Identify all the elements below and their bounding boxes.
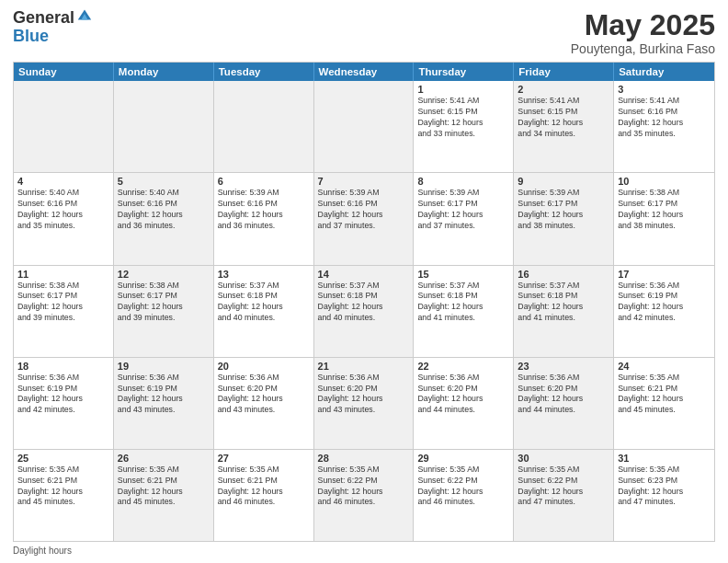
day-cell-8: 8Sunrise: 5:39 AM Sunset: 6:17 PM Daylig… bbox=[414, 173, 514, 264]
day-info: Sunrise: 5:36 AM Sunset: 6:19 PM Dayligh… bbox=[118, 373, 210, 417]
day-info: Sunrise: 5:36 AM Sunset: 6:20 PM Dayligh… bbox=[417, 373, 509, 417]
calendar-row-2: 4Sunrise: 5:40 AM Sunset: 6:16 PM Daylig… bbox=[14, 172, 714, 264]
day-cell-17: 17Sunrise: 5:36 AM Sunset: 6:19 PM Dayli… bbox=[614, 266, 714, 357]
day-info: Sunrise: 5:41 AM Sunset: 6:15 PM Dayligh… bbox=[417, 96, 509, 140]
logo-blue-text: Blue bbox=[13, 28, 93, 46]
calendar-row-5: 25Sunrise: 5:35 AM Sunset: 6:21 PM Dayli… bbox=[14, 449, 714, 541]
day-number: 24 bbox=[618, 361, 711, 372]
day-info: Sunrise: 5:40 AM Sunset: 6:16 PM Dayligh… bbox=[118, 188, 210, 232]
day-info: Sunrise: 5:38 AM Sunset: 6:17 PM Dayligh… bbox=[118, 281, 210, 325]
day-number: 28 bbox=[318, 453, 410, 464]
calendar-row-4: 18Sunrise: 5:36 AM Sunset: 6:19 PM Dayli… bbox=[14, 357, 714, 449]
day-info: Sunrise: 5:35 AM Sunset: 6:22 PM Dayligh… bbox=[318, 465, 410, 509]
day-number: 6 bbox=[218, 176, 310, 187]
day-info: Sunrise: 5:40 AM Sunset: 6:16 PM Dayligh… bbox=[17, 188, 109, 232]
day-info: Sunrise: 5:35 AM Sunset: 6:21 PM Dayligh… bbox=[17, 465, 109, 509]
day-cell-24: 24Sunrise: 5:35 AM Sunset: 6:21 PM Dayli… bbox=[614, 358, 714, 449]
day-info: Sunrise: 5:38 AM Sunset: 6:17 PM Dayligh… bbox=[17, 281, 109, 325]
day-cell-25: 25Sunrise: 5:35 AM Sunset: 6:21 PM Dayli… bbox=[14, 450, 114, 541]
day-cell-10: 10Sunrise: 5:38 AM Sunset: 6:17 PM Dayli… bbox=[614, 173, 714, 264]
day-cell-29: 29Sunrise: 5:35 AM Sunset: 6:22 PM Dayli… bbox=[414, 450, 514, 541]
day-info: Sunrise: 5:38 AM Sunset: 6:17 PM Dayligh… bbox=[618, 188, 711, 232]
day-number: 8 bbox=[417, 176, 509, 187]
day-cell-1: 1Sunrise: 5:41 AM Sunset: 6:15 PM Daylig… bbox=[414, 81, 514, 172]
day-cell-7: 7Sunrise: 5:39 AM Sunset: 6:16 PM Daylig… bbox=[314, 173, 415, 264]
day-info: Sunrise: 5:35 AM Sunset: 6:23 PM Dayligh… bbox=[618, 465, 711, 509]
day-cell-26: 26Sunrise: 5:35 AM Sunset: 6:21 PM Dayli… bbox=[114, 450, 214, 541]
day-number: 7 bbox=[318, 176, 410, 187]
day-number: 4 bbox=[17, 176, 109, 187]
day-number: 22 bbox=[417, 361, 509, 372]
day-cell-14: 14Sunrise: 5:37 AM Sunset: 6:18 PM Dayli… bbox=[314, 266, 415, 357]
day-number: 1 bbox=[417, 84, 509, 95]
day-info: Sunrise: 5:35 AM Sunset: 6:22 PM Dayligh… bbox=[417, 465, 509, 509]
day-number: 21 bbox=[318, 361, 410, 372]
day-cell-30: 30Sunrise: 5:35 AM Sunset: 6:22 PM Dayli… bbox=[514, 450, 614, 541]
logo: General Blue bbox=[13, 9, 93, 46]
day-number: 31 bbox=[618, 453, 711, 464]
day-cell-9: 9Sunrise: 5:39 AM Sunset: 6:17 PM Daylig… bbox=[514, 173, 614, 264]
day-number: 5 bbox=[118, 176, 210, 187]
day-cell-2: 2Sunrise: 5:41 AM Sunset: 6:15 PM Daylig… bbox=[514, 81, 614, 172]
day-info: Sunrise: 5:35 AM Sunset: 6:22 PM Dayligh… bbox=[518, 465, 609, 509]
day-info: Sunrise: 5:37 AM Sunset: 6:18 PM Dayligh… bbox=[218, 281, 310, 325]
day-cell-28: 28Sunrise: 5:35 AM Sunset: 6:22 PM Dayli… bbox=[314, 450, 415, 541]
day-number: 17 bbox=[618, 269, 711, 280]
day-cell-27: 27Sunrise: 5:35 AM Sunset: 6:21 PM Dayli… bbox=[214, 450, 314, 541]
page: General Blue May 2025 Pouytenga, Burkina… bbox=[0, 0, 728, 563]
day-number: 30 bbox=[518, 453, 609, 464]
day-cell-11: 11Sunrise: 5:38 AM Sunset: 6:17 PM Dayli… bbox=[14, 266, 114, 357]
weekday-header-wednesday: Wednesday bbox=[314, 63, 415, 81]
day-number: 15 bbox=[417, 269, 509, 280]
day-cell-31: 31Sunrise: 5:35 AM Sunset: 6:23 PM Dayli… bbox=[614, 450, 714, 541]
calendar-row-1: 1Sunrise: 5:41 AM Sunset: 6:15 PM Daylig… bbox=[14, 81, 714, 172]
day-number: 2 bbox=[518, 84, 609, 95]
day-number: 29 bbox=[417, 453, 509, 464]
calendar-body: 1Sunrise: 5:41 AM Sunset: 6:15 PM Daylig… bbox=[14, 81, 714, 541]
day-cell-3: 3Sunrise: 5:41 AM Sunset: 6:16 PM Daylig… bbox=[614, 81, 714, 172]
logo-general-text: General bbox=[13, 9, 74, 28]
calendar-title: May 2025 bbox=[571, 9, 715, 41]
day-number: 9 bbox=[518, 176, 609, 187]
day-number: 13 bbox=[218, 269, 310, 280]
day-cell-4: 4Sunrise: 5:40 AM Sunset: 6:16 PM Daylig… bbox=[14, 173, 114, 264]
day-info: Sunrise: 5:39 AM Sunset: 6:17 PM Dayligh… bbox=[417, 188, 509, 232]
calendar-location: Pouytenga, Burkina Faso bbox=[571, 41, 715, 56]
day-cell-empty-0-2 bbox=[214, 81, 314, 172]
weekday-header-thursday: Thursday bbox=[414, 63, 514, 81]
day-info: Sunrise: 5:36 AM Sunset: 6:19 PM Dayligh… bbox=[618, 281, 711, 325]
day-info: Sunrise: 5:35 AM Sunset: 6:21 PM Dayligh… bbox=[618, 373, 711, 417]
day-cell-19: 19Sunrise: 5:36 AM Sunset: 6:19 PM Dayli… bbox=[114, 358, 214, 449]
day-info: Sunrise: 5:37 AM Sunset: 6:18 PM Dayligh… bbox=[318, 281, 410, 325]
logo-icon bbox=[76, 6, 93, 23]
footer-note: Daylight hours bbox=[13, 546, 715, 556]
day-info: Sunrise: 5:35 AM Sunset: 6:21 PM Dayligh… bbox=[118, 465, 210, 509]
day-info: Sunrise: 5:36 AM Sunset: 6:19 PM Dayligh… bbox=[17, 373, 109, 417]
day-number: 26 bbox=[118, 453, 210, 464]
weekday-header-friday: Friday bbox=[514, 63, 614, 81]
day-cell-22: 22Sunrise: 5:36 AM Sunset: 6:20 PM Dayli… bbox=[414, 358, 514, 449]
day-number: 18 bbox=[17, 361, 109, 372]
day-cell-20: 20Sunrise: 5:36 AM Sunset: 6:20 PM Dayli… bbox=[214, 358, 314, 449]
day-info: Sunrise: 5:39 AM Sunset: 6:16 PM Dayligh… bbox=[218, 188, 310, 232]
day-cell-12: 12Sunrise: 5:38 AM Sunset: 6:17 PM Dayli… bbox=[114, 266, 214, 357]
day-number: 11 bbox=[17, 269, 109, 280]
day-number: 20 bbox=[218, 361, 310, 372]
day-number: 14 bbox=[318, 269, 410, 280]
day-info: Sunrise: 5:37 AM Sunset: 6:18 PM Dayligh… bbox=[518, 281, 609, 325]
weekday-header-tuesday: Tuesday bbox=[214, 63, 314, 81]
day-cell-6: 6Sunrise: 5:39 AM Sunset: 6:16 PM Daylig… bbox=[214, 173, 314, 264]
day-info: Sunrise: 5:36 AM Sunset: 6:20 PM Dayligh… bbox=[518, 373, 609, 417]
weekday-header-sunday: Sunday bbox=[14, 63, 114, 81]
day-info: Sunrise: 5:36 AM Sunset: 6:20 PM Dayligh… bbox=[218, 373, 310, 417]
day-cell-18: 18Sunrise: 5:36 AM Sunset: 6:19 PM Dayli… bbox=[14, 358, 114, 449]
day-number: 27 bbox=[218, 453, 310, 464]
title-block: May 2025 Pouytenga, Burkina Faso bbox=[571, 9, 715, 56]
calendar-row-3: 11Sunrise: 5:38 AM Sunset: 6:17 PM Dayli… bbox=[14, 265, 714, 357]
day-cell-15: 15Sunrise: 5:37 AM Sunset: 6:18 PM Dayli… bbox=[414, 266, 514, 357]
calendar-header: SundayMondayTuesdayWednesdayThursdayFrid… bbox=[14, 63, 714, 81]
day-cell-5: 5Sunrise: 5:40 AM Sunset: 6:16 PM Daylig… bbox=[114, 173, 214, 264]
day-cell-23: 23Sunrise: 5:36 AM Sunset: 6:20 PM Dayli… bbox=[514, 358, 614, 449]
weekday-header-saturday: Saturday bbox=[614, 63, 714, 81]
day-cell-16: 16Sunrise: 5:37 AM Sunset: 6:18 PM Dayli… bbox=[514, 266, 614, 357]
